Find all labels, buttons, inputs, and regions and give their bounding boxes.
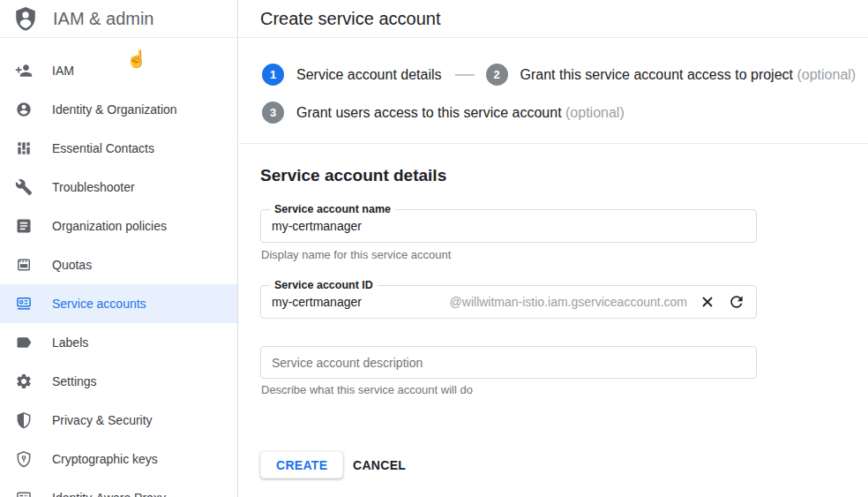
stepper-row-2: 3 Grant users access to this service acc…	[262, 102, 625, 124]
sidebar-item-cryptographic-keys[interactable]: Cryptographic keys	[0, 440, 237, 478]
sidebar-item-label: Settings	[52, 374, 97, 388]
sidebar-item-label: Privacy & Security	[52, 413, 153, 427]
shield-key-icon	[15, 450, 33, 468]
sidebar-item-label: Labels	[52, 335, 88, 350]
gear-icon	[15, 373, 33, 390]
service-account-id-field: Service account ID @willwitman-istio.iam…	[260, 285, 757, 319]
service-account-name-label: Service account name	[270, 202, 395, 216]
quotas-icon	[15, 256, 33, 274]
step-2-circle: 2	[486, 64, 508, 86]
sidebar-item-label: Identity & Organization	[52, 102, 177, 117]
stepper-step-1[interactable]: 1 Service account details	[262, 64, 442, 86]
sidebar-item-label: Essential Contacts	[52, 141, 154, 155]
sidebar-item-label: Service accounts	[52, 297, 146, 311]
label-tag-icon	[15, 334, 33, 351]
page-title: Create service account	[260, 9, 441, 29]
sidebar-item-settings[interactable]: Settings	[0, 362, 237, 401]
sidebar-title: IAM & admin	[53, 9, 153, 29]
proxy-icon	[15, 489, 33, 497]
main-header: Create service account	[239, 0, 868, 38]
sidebar-header: IAM & admin	[0, 0, 237, 38]
step-connector	[455, 74, 475, 76]
sidebar-item-label: Quotas	[52, 258, 92, 272]
sidebar-item-label: Identity-Aware Proxy	[52, 491, 166, 497]
name-helper-text: Display name for this service account	[261, 248, 451, 261]
person-add-icon	[15, 62, 33, 79]
wrench-icon	[15, 178, 33, 196]
sidebar-item-iam[interactable]: IAM	[0, 51, 237, 90]
step-3-label: Grant users access to this service accou…	[296, 105, 625, 121]
sidebar-item-troubleshooter[interactable]: Troubleshooter	[0, 168, 237, 207]
clear-icon[interactable]	[699, 293, 716, 311]
shield-half-icon	[15, 411, 33, 429]
sidebar-item-organization-policies[interactable]: Organization policies	[0, 207, 237, 245]
sidebar-item-essential-contacts[interactable]: Essential Contacts	[0, 129, 237, 168]
sidebar-item-label: Troubleshooter	[52, 180, 135, 194]
sidebar-nav: IAM Identity & Organization Essential Co…	[0, 38, 237, 497]
step-1-label: Service account details	[296, 67, 442, 83]
sidebar-item-label: Organization policies	[52, 219, 167, 233]
policy-doc-icon	[15, 217, 33, 235]
section-divider	[239, 143, 868, 144]
sidebar-item-label: IAM	[52, 64, 74, 78]
robot-badge-icon	[15, 295, 33, 313]
iam-shield-person-icon	[12, 5, 39, 32]
sidebar-item-identity-organization[interactable]: Identity & Organization	[0, 90, 237, 129]
create-button[interactable]: CREATE	[260, 451, 343, 478]
form-heading: Service account details	[260, 166, 446, 185]
sidebar-item-identity-aware-proxy[interactable]: Identity-Aware Proxy	[0, 478, 237, 497]
cancel-button[interactable]: CANCEL	[353, 451, 406, 478]
step-2-label: Grant this service account access to pro…	[520, 67, 857, 83]
step-2-optional: (optional)	[797, 67, 856, 82]
sidebar-item-labels[interactable]: Labels	[0, 323, 237, 362]
stepper-step-2[interactable]: 2 Grant this service account access to p…	[486, 64, 857, 86]
service-account-id-label: Service account ID	[270, 278, 378, 292]
step-3-optional: (optional)	[565, 105, 625, 120]
person-circle-icon	[15, 101, 33, 118]
stepper-step-3[interactable]: 3 Grant users access to this service acc…	[262, 102, 625, 124]
sidebar-item-privacy-security[interactable]: Privacy & Security	[0, 401, 237, 440]
service-account-name-field: Service account name	[260, 209, 757, 243]
contacts-bars-icon	[15, 139, 33, 157]
step-3-circle: 3	[262, 102, 284, 124]
sidebar-item-label: Cryptographic keys	[52, 452, 158, 466]
main-content: Create service account 1 Service account…	[239, 0, 868, 497]
sidebar-item-service-accounts[interactable]: Service accounts	[0, 284, 237, 323]
description-helper-text: Describe what this service account will …	[261, 383, 473, 396]
step-1-circle: 1	[262, 64, 284, 86]
sidebar: IAM & admin IAM Identity & Organization …	[0, 0, 238, 497]
service-account-description-input[interactable]	[261, 347, 756, 378]
service-account-id-suffix: @willwitman-istio.iam.gserviceaccount.co…	[450, 295, 687, 309]
refresh-icon[interactable]	[728, 293, 745, 311]
sidebar-item-quotas[interactable]: Quotas	[0, 245, 237, 284]
stepper-row-1: 1 Service account details 2 Grant this s…	[262, 64, 856, 86]
service-account-description-field	[260, 346, 757, 379]
